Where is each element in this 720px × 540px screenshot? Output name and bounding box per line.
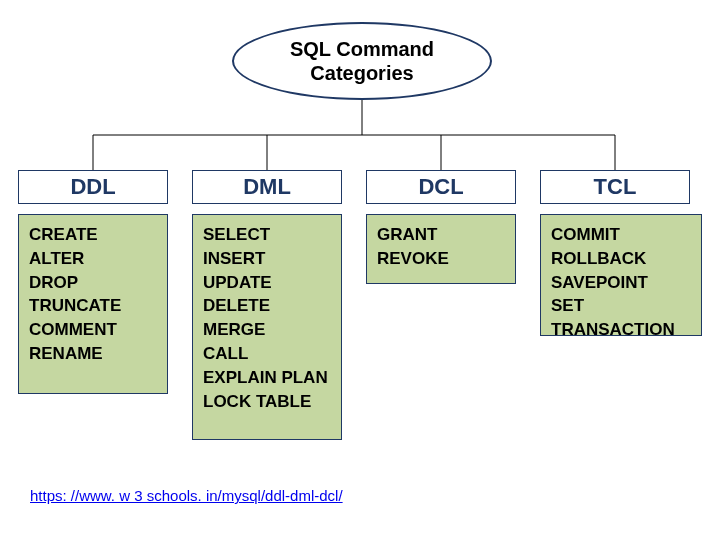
command-item: SET TRANSACTION — [551, 294, 691, 342]
command-item: GRANT — [377, 223, 505, 247]
source-link[interactable]: https: //www. w 3 schools. in/mysql/ddl-… — [30, 487, 343, 504]
command-item: REVOKE — [377, 247, 505, 271]
command-item: DELETE — [203, 294, 331, 318]
category-body-ddl: CREATE ALTER DROP TRUNCATE COMMENT RENAM… — [18, 214, 168, 394]
category-header-tcl: TCL — [540, 170, 690, 204]
category-header-dml: DML — [192, 170, 342, 204]
command-item: ROLLBACK — [551, 247, 691, 271]
category-header-dcl: DCL — [366, 170, 516, 204]
category-header-ddl: DDL — [18, 170, 168, 204]
command-item: EXPLAIN PLAN — [203, 366, 331, 390]
command-item: MERGE — [203, 318, 331, 342]
command-item: UPDATE — [203, 271, 331, 295]
command-item: INSERT — [203, 247, 331, 271]
source-link-text: https: //www. w 3 schools. in/mysql/ddl-… — [30, 487, 343, 504]
command-item: RENAME — [29, 342, 157, 366]
diagram-title-text: SQL Command Categories — [290, 37, 434, 85]
category-body-tcl: COMMIT ROLLBACK SAVEPOINT SET TRANSACTIO… — [540, 214, 702, 336]
command-item: CREATE — [29, 223, 157, 247]
command-item: SELECT — [203, 223, 331, 247]
command-item: DROP — [29, 271, 157, 295]
command-item: CALL — [203, 342, 331, 366]
command-item: SAVEPOINT — [551, 271, 691, 295]
category-header-label: DDL — [70, 174, 115, 200]
command-item: LOCK TABLE — [203, 390, 331, 414]
diagram-title: SQL Command Categories — [232, 22, 492, 100]
category-body-dml: SELECT INSERT UPDATE DELETE MERGE CALL E… — [192, 214, 342, 440]
category-body-dcl: GRANT REVOKE — [366, 214, 516, 284]
command-item: COMMENT — [29, 318, 157, 342]
category-header-label: DML — [243, 174, 291, 200]
command-item: ALTER — [29, 247, 157, 271]
category-header-label: DCL — [418, 174, 463, 200]
category-header-label: TCL — [594, 174, 637, 200]
command-item: COMMIT — [551, 223, 691, 247]
command-item: TRUNCATE — [29, 294, 157, 318]
